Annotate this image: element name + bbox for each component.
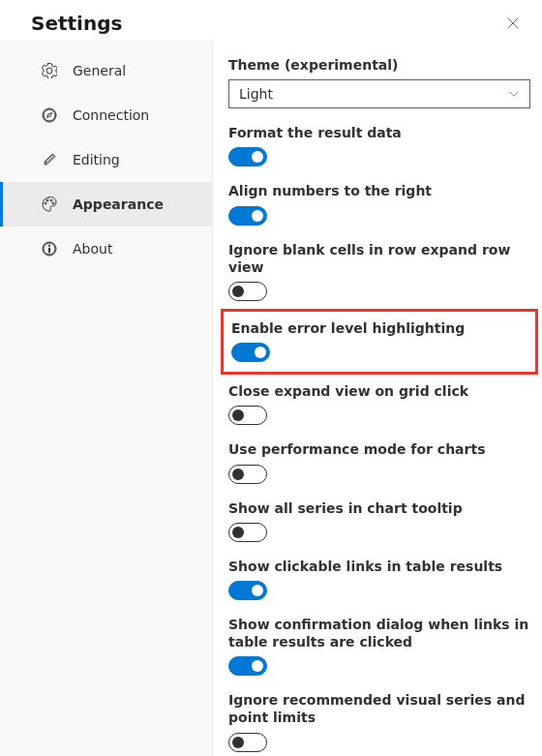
setting-label-perf_charts: Use performance mode for charts — [228, 440, 530, 458]
toggle-knob — [252, 585, 263, 596]
toggle-close_expand[interactable] — [228, 406, 267, 425]
settings-header: Settings — [0, 0, 542, 41]
close-button[interactable] — [501, 12, 525, 35]
sidebar-item-label: General — [73, 63, 126, 78]
toggle-series_tooltip[interactable] — [228, 523, 267, 542]
sidebar-item-editing[interactable]: Editing — [0, 137, 212, 182]
compass-icon — [42, 107, 57, 123]
setting-clickable_links: Show clickable links in table results — [228, 558, 530, 600]
setting-ignore_blank: Ignore blank cells in row expand row vie… — [228, 241, 530, 301]
setting-confirm_links: Show confirmation dialog when links in t… — [228, 616, 530, 676]
sidebar-item-label: Editing — [73, 152, 120, 167]
toggle-clickable_links[interactable] — [228, 581, 267, 600]
setting-label-format_result: Format the result data — [228, 124, 530, 141]
sidebar-item-general[interactable]: General — [0, 48, 212, 93]
toggle-knob — [255, 347, 266, 358]
toggle-knob — [232, 409, 244, 421]
toggle-ignore_blank[interactable] — [228, 282, 267, 301]
chevron-down-icon — [508, 88, 520, 100]
theme-setting: Theme (experimental)Light — [228, 56, 530, 108]
setting-label-ignore_limits: Ignore recommended visual series and poi… — [228, 691, 530, 726]
toggle-knob — [252, 210, 263, 222]
toggle-error_highlight[interactable] — [231, 343, 270, 362]
setting-perf_charts: Use performance mode for charts — [228, 440, 530, 483]
setting-label-close_expand: Close expand view on grid click — [228, 382, 530, 400]
sidebar-item-label: Appearance — [73, 197, 164, 212]
setting-format_result: Format the result data — [228, 124, 530, 166]
setting-error_highlight: Enable error level highlighting — [221, 309, 538, 375]
sidebar-item-about[interactable]: About — [0, 227, 212, 271]
sidebar-item-connection[interactable]: Connection — [0, 93, 212, 137]
setting-series_tooltip: Show all series in chart tooltip — [228, 499, 530, 542]
palette-icon — [42, 197, 57, 212]
theme-label: Theme (experimental) — [228, 56, 530, 74]
setting-label-error_highlight: Enable error level highlighting — [231, 319, 527, 337]
toggle-align_numbers[interactable] — [228, 206, 267, 226]
settings-sidebar: GeneralConnectionEditingAppearanceAbout — [0, 41, 213, 756]
sidebar-item-appearance[interactable]: Appearance — [0, 182, 212, 227]
toggle-knob — [232, 469, 244, 480]
setting-label-clickable_links: Show clickable links in table results — [228, 558, 530, 575]
info-icon — [42, 241, 57, 257]
setting-label-confirm_links: Show confirmation dialog when links in t… — [228, 616, 530, 650]
toggle-ignore_limits[interactable] — [228, 733, 267, 752]
sidebar-item-label: About — [73, 241, 112, 257]
gear-icon — [42, 63, 57, 78]
close-icon — [506, 16, 520, 30]
toggle-perf_charts[interactable] — [228, 465, 267, 484]
settings-title: Settings — [31, 12, 122, 35]
theme-dropdown[interactable]: Light — [228, 79, 530, 108]
toggle-knob — [252, 660, 263, 672]
setting-label-ignore_blank: Ignore blank cells in row expand row vie… — [228, 241, 530, 276]
setting-align_numbers: Align numbers to the right — [228, 182, 530, 225]
toggle-knob — [232, 527, 244, 538]
toggle-knob — [252, 151, 263, 163]
setting-ignore_limits: Ignore recommended visual series and poi… — [228, 691, 530, 751]
theme-dropdown-value: Light — [239, 86, 273, 102]
sidebar-item-label: Connection — [73, 107, 149, 123]
toggle-confirm_links[interactable] — [228, 656, 267, 676]
setting-label-series_tooltip: Show all series in chart tooltip — [228, 499, 530, 517]
setting-label-align_numbers: Align numbers to the right — [228, 182, 530, 199]
settings-content: Theme (experimental)LightFormat the resu… — [213, 41, 542, 756]
pencil-icon — [42, 152, 57, 167]
setting-close_expand: Close expand view on grid click — [228, 382, 530, 425]
toggle-knob — [232, 737, 244, 748]
toggle-knob — [232, 286, 244, 297]
toggle-format_result[interactable] — [228, 147, 267, 166]
